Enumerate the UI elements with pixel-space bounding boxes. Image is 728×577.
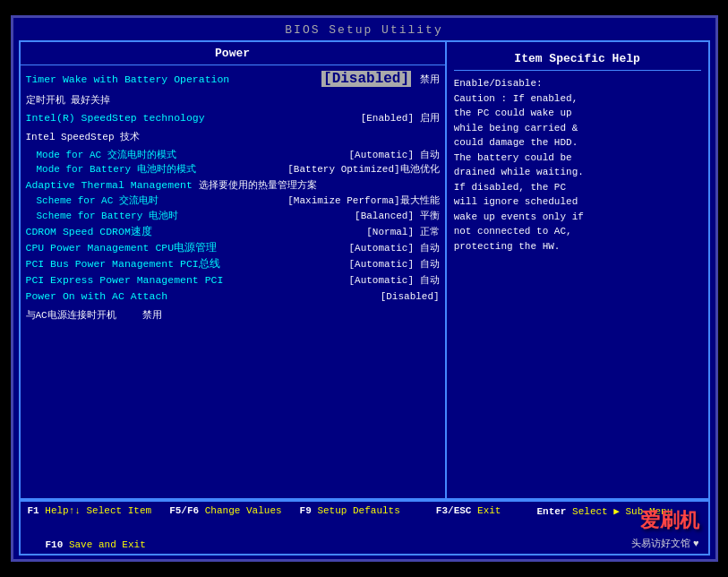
item-value: [Battery Optimized]电池优化	[287, 163, 439, 177]
item-value: [Automatic] 自动	[348, 258, 439, 272]
right-panel: Item Specific Help Enable/Disable: Cauti…	[447, 42, 708, 498]
left-panel: Power Timer Wake with Battery Operation …	[21, 42, 447, 498]
footer-f9: F9 Setup Defaults	[300, 505, 400, 521]
item-label: Timer Wake with Battery Operation	[26, 73, 230, 88]
item-value: [Disabled] 禁用	[321, 69, 440, 90]
footer-f1: F1 Help↑↓ Select Item	[28, 505, 152, 521]
item-value-zh: 禁用	[142, 310, 162, 321]
item-label: CPU Power Management CPU电源管理	[26, 241, 218, 256]
bios-title: BIOS Setup Utility	[13, 18, 715, 40]
list-item[interactable]: Adaptive Thermal Management 选择要使用的热量管理方案	[26, 178, 440, 194]
footer-f3esc: F3/ESC Exit	[436, 505, 501, 521]
footer-f5f6: F5/F6 Change Values	[169, 505, 281, 521]
list-item[interactable]: Scheme for Battery 电池时 [Balanced] 平衡	[26, 210, 440, 224]
list-item[interactable]: Power On with AC Attach [Disabled] 与AC电源…	[26, 289, 440, 325]
item-label: Scheme for AC 交流电时	[26, 194, 158, 209]
item-value: [Disabled]	[381, 290, 440, 305]
item-label: PCI Bus Power Management PCI总线	[26, 257, 220, 272]
item-label: Mode for Battery 电池时的模式	[26, 163, 196, 177]
list-item[interactable]: PCI Bus Power Management PCI总线 [Automati…	[26, 257, 440, 272]
footer-bar: F1 Help↑↓ Select Item F5/F6 Change Value…	[19, 500, 710, 555]
item-label: PCI Express Power Management PCI	[26, 273, 224, 288]
watermark-sub: 头易访好文馆 ♥	[631, 537, 699, 550]
list-item[interactable]: Timer Wake with Battery Operation [Disab…	[26, 69, 440, 110]
list-item[interactable]: Scheme for AC 交流电时 [Maximize Performa]最大…	[26, 194, 440, 209]
item-label: Mode for AC 交流电时的模式	[26, 149, 176, 163]
item-zh: 与AC电源连接时开机	[26, 310, 116, 321]
item-label: Scheme for Battery 电池时	[26, 210, 178, 224]
right-header: Item Specific Help	[454, 47, 701, 71]
list-item[interactable]: Mode for Battery 电池时的模式 [Battery Optimiz…	[26, 163, 440, 177]
footer-f10: F10 Save and Exit	[46, 539, 146, 550]
item-value: [Enabled] 启用	[361, 112, 440, 126]
value-highlight: [Disabled]	[321, 71, 411, 87]
help-text: Enable/Disable: Caution : If enabled, th…	[454, 76, 701, 254]
list-item[interactable]: PCI Express Power Management PCI [Automa…	[26, 273, 440, 288]
item-zh: 定时开机 最好关掉	[26, 95, 111, 106]
item-value: [Balanced] 平衡	[355, 210, 440, 224]
item-label: Adaptive Thermal Management 选择要使用的热量管理方案	[26, 178, 317, 194]
menu-content: Timer Wake with Battery Operation [Disab…	[21, 65, 445, 498]
main-area: Power Timer Wake with Battery Operation …	[19, 40, 710, 500]
item-label: CDROM Speed CDROM速度	[26, 225, 152, 240]
item-value: [Automatic] 自动	[348, 242, 439, 256]
list-item[interactable]: CDROM Speed CDROM速度 [Normal] 正常	[26, 225, 440, 240]
item-value: [Maximize Performa]最大性能	[287, 194, 439, 209]
item-label: Power On with AC Attach	[26, 289, 168, 305]
left-header: Power	[21, 42, 445, 65]
item-value: [Automatic] 自动	[348, 149, 439, 163]
list-item[interactable]: CPU Power Management CPU电源管理 [Automatic]…	[26, 241, 440, 256]
bios-screen: BIOS Setup Utility Power Timer Wake with…	[11, 15, 718, 562]
list-item[interactable]: Mode for AC 交流电时的模式 [Automatic] 自动	[26, 149, 440, 163]
item-value: [Normal] 正常	[366, 226, 439, 240]
watermark: 爱刷机	[640, 507, 699, 534]
item-zh: Intel SpeedStep 技术	[26, 132, 141, 142]
list-item[interactable]: Intel(R) SpeedStep technology [Enabled] …	[26, 111, 440, 147]
item-value: [Automatic] 自动	[348, 274, 439, 288]
item-label: Intel(R) SpeedStep technology	[26, 111, 205, 126]
